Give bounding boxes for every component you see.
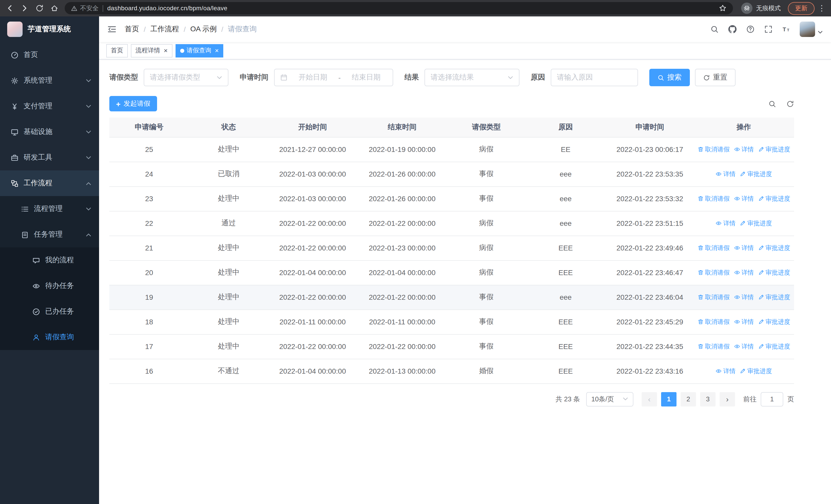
sidebar-item-home[interactable]: 首页 bbox=[0, 42, 99, 68]
apply-time-range-picker[interactable]: 开始日期 - 结束日期 bbox=[274, 69, 393, 86]
sidebar-item-devtools[interactable]: 研发工具 bbox=[0, 145, 99, 170]
breadcrumb-item[interactable]: 首页 bbox=[125, 25, 139, 34]
breadcrumb-item[interactable]: 工作流程 bbox=[150, 25, 179, 34]
home-icon[interactable] bbox=[50, 4, 58, 12]
tab-leave-query[interactable]: 请假查询× bbox=[175, 44, 223, 57]
progress-link[interactable]: 审批进度 bbox=[758, 318, 790, 326]
apply-time: 2022-01-22 23:46:47 bbox=[606, 260, 693, 285]
workflow-icon bbox=[10, 179, 19, 187]
tab-process-detail[interactable]: 流程详情× bbox=[131, 44, 172, 57]
reason-input[interactable]: 请输入原因 bbox=[551, 69, 638, 86]
detail-link[interactable]: 详情 bbox=[734, 342, 754, 351]
end-time: 2022-01-13 00:00:00 bbox=[357, 359, 448, 383]
end-date-input[interactable]: 结束日期 bbox=[345, 73, 387, 82]
row-actions: 详情审批进度 bbox=[693, 211, 794, 236]
cancel-leave-link[interactable]: 取消请假 bbox=[697, 318, 729, 326]
sidebar-item-system[interactable]: 系统管理 bbox=[0, 68, 99, 93]
browser-menu-icon[interactable]: ⋮ bbox=[818, 4, 826, 13]
cancel-leave-link[interactable]: 取消请假 bbox=[697, 268, 729, 277]
leave-type-select[interactable]: 请选择请假类型 bbox=[144, 69, 228, 86]
sidebar-item-done-tasks[interactable]: 已办任务 bbox=[0, 299, 99, 324]
progress-link[interactable]: 审批进度 bbox=[758, 268, 790, 277]
end-time: 2022-01-11 00:00:00 bbox=[357, 309, 448, 334]
detail-link[interactable]: 详情 bbox=[716, 170, 736, 179]
progress-link[interactable]: 审批进度 bbox=[740, 170, 772, 179]
request-id: 21 bbox=[109, 236, 189, 260]
detail-link[interactable]: 详情 bbox=[716, 367, 736, 376]
incognito-label: 无痕模式 bbox=[756, 4, 781, 12]
sidebar-item-task-management[interactable]: 任务管理 bbox=[0, 222, 99, 247]
detail-link[interactable]: 详情 bbox=[734, 244, 754, 253]
progress-link[interactable]: 审批进度 bbox=[740, 219, 772, 228]
search-icon[interactable] bbox=[768, 100, 776, 108]
url-text: dashboard.yudao.iocoder.cn/bpm/oa/leave bbox=[107, 5, 714, 12]
apply-time: 2022-01-22 23:53:32 bbox=[606, 186, 693, 211]
page-button-2[interactable]: 2 bbox=[681, 392, 696, 406]
refresh-icon[interactable] bbox=[786, 100, 794, 108]
cancel-leave-link[interactable]: 取消请假 bbox=[697, 195, 729, 203]
breadcrumb-item[interactable]: OA 示例 bbox=[191, 25, 217, 34]
sidebar-item-payment[interactable]: 支付管理 bbox=[0, 93, 99, 119]
result-select[interactable]: 请选择流结果 bbox=[425, 69, 519, 86]
start-date-input[interactable]: 开始日期 bbox=[292, 73, 334, 82]
tab-home[interactable]: 首页 bbox=[106, 44, 128, 57]
github-icon[interactable] bbox=[728, 25, 737, 34]
font-size-icon[interactable]: TT bbox=[782, 25, 791, 34]
progress-link[interactable]: 审批进度 bbox=[758, 342, 790, 351]
chrome-update-button[interactable]: 更新 bbox=[788, 2, 814, 14]
prev-page-button[interactable]: ‹ bbox=[641, 392, 657, 406]
detail-link[interactable]: 详情 bbox=[734, 318, 754, 326]
reload-icon[interactable] bbox=[35, 4, 44, 12]
detail-link[interactable]: 详情 bbox=[734, 145, 754, 154]
sidebar-item-todo-tasks[interactable]: 待办任务 bbox=[0, 273, 99, 299]
progress-link[interactable]: 审批进度 bbox=[758, 293, 790, 302]
eye-icon bbox=[734, 344, 740, 350]
sidebar-item-process-management[interactable]: 流程管理 bbox=[0, 196, 99, 222]
goto-page-input[interactable] bbox=[761, 392, 783, 406]
sidebar-item-my-process[interactable]: 我的流程 bbox=[0, 247, 99, 273]
app-logo[interactable]: 芋道管理系统 bbox=[0, 17, 99, 42]
sidebar-item-infrastructure[interactable]: 基础设施 bbox=[0, 119, 99, 145]
request-id: 25 bbox=[109, 137, 189, 162]
back-icon[interactable] bbox=[5, 4, 14, 12]
search-icon[interactable] bbox=[710, 25, 719, 34]
progress-link[interactable]: 审批进度 bbox=[758, 244, 790, 253]
close-icon[interactable]: × bbox=[215, 47, 219, 54]
forward-icon[interactable] bbox=[20, 4, 29, 12]
edit-icon bbox=[758, 147, 764, 153]
create-leave-button[interactable]: + 发起请假 bbox=[109, 96, 157, 111]
sidebar-item-workflow[interactable]: 工作流程 bbox=[0, 170, 99, 196]
progress-link[interactable]: 审批进度 bbox=[758, 145, 790, 154]
leave-type-label: 请假类型 bbox=[109, 73, 138, 82]
reset-button[interactable]: 重置 bbox=[695, 69, 736, 86]
close-icon[interactable]: × bbox=[164, 47, 168, 54]
page-size-select[interactable]: 10条/页 bbox=[586, 392, 633, 406]
page-button-1[interactable]: 1 bbox=[661, 392, 677, 406]
detail-link[interactable]: 详情 bbox=[734, 293, 754, 302]
cancel-leave-link[interactable]: 取消请假 bbox=[697, 342, 729, 351]
detail-link[interactable]: 详情 bbox=[734, 195, 754, 203]
address-bar[interactable]: 不安全 dashboard.yudao.iocoder.cn/bpm/oa/le… bbox=[65, 2, 733, 14]
cancel-leave-link[interactable]: 取消请假 bbox=[697, 145, 729, 154]
cancel-leave-link[interactable]: 取消请假 bbox=[697, 293, 729, 302]
sidebar-item-leave-query[interactable]: 请假查询 bbox=[0, 324, 99, 350]
next-page-button[interactable]: › bbox=[720, 392, 735, 406]
user-menu[interactable] bbox=[800, 22, 823, 37]
detail-link[interactable]: 详情 bbox=[716, 219, 736, 228]
bookmark-star-icon[interactable] bbox=[718, 4, 727, 12]
eye-icon bbox=[716, 368, 722, 375]
cancel-leave-link[interactable]: 取消请假 bbox=[697, 244, 729, 253]
start-time: 2022-01-04 00:00:00 bbox=[268, 359, 357, 383]
progress-link[interactable]: 审批进度 bbox=[758, 195, 790, 203]
progress-link[interactable]: 审批进度 bbox=[740, 367, 772, 376]
search-button[interactable]: 搜索 bbox=[649, 69, 690, 86]
detail-link[interactable]: 详情 bbox=[734, 268, 754, 277]
fullscreen-icon[interactable] bbox=[764, 25, 773, 34]
row-actions: 取消请假详情审批进度 bbox=[693, 285, 794, 309]
plus-icon: + bbox=[116, 100, 121, 108]
security-warning[interactable]: 不安全 bbox=[71, 4, 98, 12]
sidebar-toggle-icon[interactable] bbox=[107, 25, 116, 33]
docs-icon[interactable] bbox=[746, 25, 754, 34]
page-button-3[interactable]: 3 bbox=[700, 392, 716, 406]
request-id: 16 bbox=[109, 359, 189, 383]
